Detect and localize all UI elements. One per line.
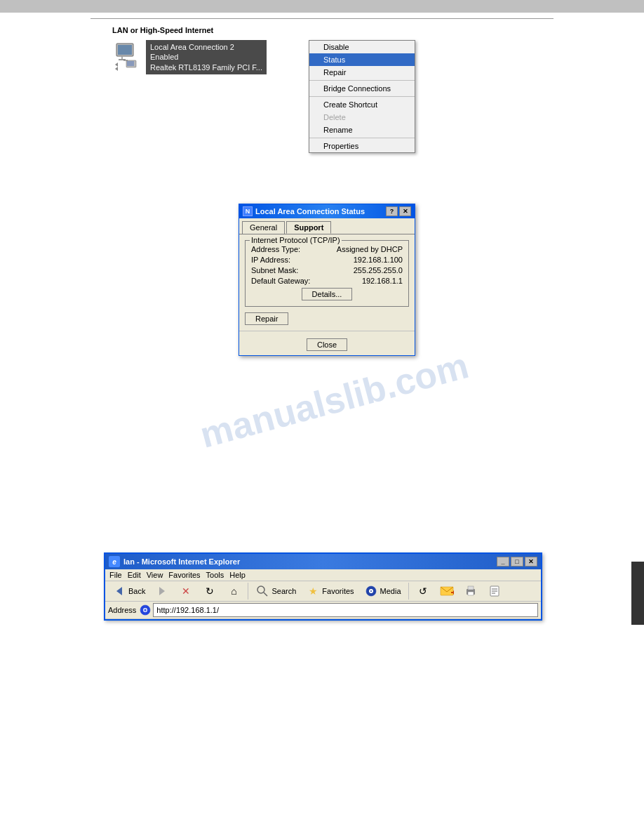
context-menu-sep1 <box>309 80 415 81</box>
svg-rect-20 <box>468 586 474 590</box>
lan-section: LAN or High-Speed Internet Local <box>112 26 644 74</box>
history-button[interactable]: ↺ <box>412 583 434 600</box>
right-sidebar-tab <box>631 562 644 625</box>
svg-marker-18 <box>453 590 454 595</box>
back-button[interactable]: Back <box>108 583 149 600</box>
media-label: Media <box>380 587 401 595</box>
favorites-label: Favorites <box>322 587 354 595</box>
svg-marker-10 <box>159 587 165 595</box>
context-menu-sep2 <box>309 96 415 97</box>
network-info: Local Area Connection 2 Enabled Realtek … <box>146 40 267 74</box>
print-icon <box>464 585 478 597</box>
edit-button[interactable] <box>483 583 506 600</box>
menu-edit[interactable]: Edit <box>128 571 141 579</box>
field-gateway: Default Gateway: 192.168.1.1 <box>251 277 403 285</box>
mail-icon <box>440 585 454 597</box>
connection-name: Local Area Connection 2 <box>150 42 262 52</box>
context-menu: Disable Status Repair Bridge Connections… <box>309 40 415 153</box>
dialog-window: N Local Area Connection Status ? ✕ Gener… <box>239 204 415 356</box>
context-menu-shortcut[interactable]: Create Shortcut <box>309 98 415 111</box>
context-menu-disable[interactable]: Disable <box>309 41 415 53</box>
label-ip: IP Address: <box>251 256 290 264</box>
svg-rect-21 <box>468 592 474 595</box>
connection-adapter: Realtek RTL8139 Family PCI F... <box>150 62 262 72</box>
edit-icon <box>488 585 502 597</box>
ie-titlebar: e Ian - Microsoft Internet Explorer _ □ … <box>105 554 541 569</box>
tab-support[interactable]: Support <box>286 221 331 234</box>
context-menu-bridge[interactable]: Bridge Connections <box>309 82 415 95</box>
group-title: Internet Protocol (TCP/IP) <box>250 236 342 244</box>
media-icon <box>364 585 378 597</box>
svg-marker-8 <box>115 67 118 71</box>
menu-favorites[interactable]: Favorites <box>168 571 200 579</box>
status-dialog: N Local Area Connection Status ? ✕ Gener… <box>239 204 415 356</box>
favorites-icon: ★ <box>306 585 320 597</box>
media-button[interactable]: Media <box>360 583 405 600</box>
ie-menubar: File Edit View Favorites Tools Help <box>105 569 541 581</box>
print-button[interactable] <box>459 583 482 600</box>
dialog-help-btn[interactable]: ? <box>386 206 398 216</box>
value-ip: 192.168.1.100 <box>354 256 403 264</box>
close-button[interactable]: Close <box>307 338 347 351</box>
field-subnet: Subnet Mask: 255.255.255.0 <box>251 266 403 274</box>
network-item: Local Area Connection 2 Enabled Realtek … <box>112 40 644 74</box>
tab-general[interactable]: General <box>242 221 285 234</box>
favorites-button[interactable]: ★ Favorites <box>302 583 358 600</box>
dialog-controls: ? ✕ <box>386 206 411 216</box>
context-menu-delete: Delete <box>309 111 415 124</box>
menu-tools[interactable]: Tools <box>206 571 224 579</box>
ie-maximize-btn[interactable]: □ <box>511 557 523 567</box>
ie-minimize-btn[interactable]: _ <box>497 557 509 567</box>
dialog-close-btn[interactable]: ✕ <box>399 206 411 216</box>
forward-button[interactable] <box>151 583 173 600</box>
stop-button[interactable]: ✕ <box>175 583 197 600</box>
menu-file[interactable]: File <box>109 571 122 579</box>
refresh-button[interactable]: ↻ <box>199 583 221 600</box>
forward-icon <box>155 585 169 597</box>
ie-title-left: e Ian - Microsoft Internet Explorer <box>109 556 240 567</box>
svg-line-12 <box>264 593 267 596</box>
dialog-footer: Close <box>239 331 415 355</box>
sep2 <box>408 583 409 600</box>
dialog-title-left: N Local Area Connection Status <box>243 206 365 216</box>
context-menu-rename[interactable]: Rename <box>309 124 415 136</box>
connection-status: Enabled <box>150 52 262 62</box>
dialog-title-icon: N <box>243 206 253 216</box>
menu-help[interactable]: Help <box>229 571 246 579</box>
menu-view[interactable]: View <box>147 571 163 579</box>
address-input[interactable] <box>153 603 538 617</box>
repair-button[interactable]: Repair <box>245 312 288 325</box>
details-button[interactable]: Details... <box>302 288 353 300</box>
context-menu-properties[interactable]: Properties <box>309 140 415 152</box>
ie-toolbar: Back ✕ ↻ ⌂ <box>105 581 541 602</box>
context-menu-sep3 <box>309 138 415 138</box>
search-icon <box>255 585 269 597</box>
home-icon: ⌂ <box>227 585 241 597</box>
watermark: manualslib.com <box>196 344 473 456</box>
context-menu-status[interactable]: Status <box>309 53 415 66</box>
address-icon <box>140 604 151 616</box>
context-menu-repair[interactable]: Repair <box>309 66 415 79</box>
dialog-tabs: General Support <box>239 218 415 234</box>
ie-controls: _ □ ✕ <box>497 557 537 567</box>
search-label: Search <box>271 587 296 595</box>
sep1 <box>248 583 248 600</box>
home-button[interactable]: ⌂ <box>222 583 245 600</box>
ie-title-text: Ian - Microsoft Internet Explorer <box>123 557 240 566</box>
section-title: LAN or High-Speed Internet <box>112 26 644 34</box>
svg-point-15 <box>370 590 372 592</box>
back-icon <box>112 585 126 597</box>
svg-marker-9 <box>116 587 122 595</box>
dialog-titlebar: N Local Area Connection Status ? ✕ <box>239 204 415 218</box>
address-label: Address <box>108 606 136 614</box>
refresh-icon: ↻ <box>203 585 217 597</box>
dialog-content: Internet Protocol (TCP/IP) Address Type:… <box>239 234 415 331</box>
svg-rect-1 <box>118 45 132 55</box>
value-address-type: Assigned by DHCP <box>337 245 403 253</box>
ie-close-btn[interactable]: ✕ <box>525 557 537 567</box>
mail-button[interactable] <box>436 583 458 600</box>
history-icon: ↺ <box>416 585 430 597</box>
search-button[interactable]: Search <box>251 583 300 600</box>
svg-point-11 <box>257 586 264 593</box>
ie-browser-window: e Ian - Microsoft Internet Explorer _ □ … <box>104 552 542 621</box>
